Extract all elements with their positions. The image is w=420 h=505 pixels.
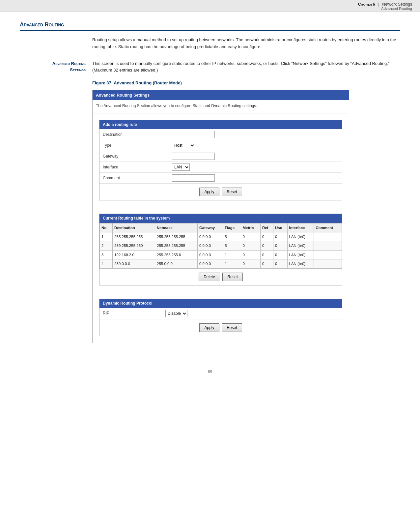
table-row: 3192.168.2.0255.255.255.00.0.0.01000LAN …: [100, 250, 342, 259]
add-rule-btn-row: Apply Reset: [99, 184, 342, 200]
interface-label: Interface: [99, 162, 169, 173]
routing-table-wrapper: Current Routing table in the system No. …: [93, 207, 349, 292]
type-label: Type: [99, 140, 169, 151]
gateway-input[interactable]: [172, 153, 215, 160]
add-rule-reset-button[interactable]: Reset: [222, 188, 242, 196]
destination-input[interactable]: [172, 131, 215, 138]
table-row: 4239.0.0.0255.0.0.00.0.0.01000LAN (br0): [100, 259, 342, 268]
header-main-title: Network Settings: [382, 2, 412, 7]
page-number: – 69 –: [0, 363, 420, 377]
table-row: 1255.255.255.255255.255.255.2550.0.0.050…: [100, 232, 342, 241]
page-header: Chapter 6 | Network Settings Advanced Ro…: [0, 0, 420, 12]
section-title: Advanced Routing: [20, 21, 400, 31]
add-rule-header: Add a routing rule: [99, 120, 342, 129]
routing-table-section: Current Routing table in the system No. …: [99, 214, 342, 285]
col-no: No.: [100, 223, 113, 232]
col-netmask: Netmask: [155, 223, 198, 232]
form-row-destination: Destination: [99, 129, 342, 140]
pipe-separator: |: [378, 2, 379, 7]
col-use: Use: [273, 223, 288, 232]
routing-table: No. Destination Netmask Gateway Flags Me…: [99, 223, 342, 269]
col-interface: Interface: [287, 223, 314, 232]
form-row-comment: Comment: [99, 173, 342, 184]
col-flags: Flags: [223, 223, 241, 232]
settings-section: Advanced Routing Settings This screen is…: [20, 60, 400, 343]
rip-label: RIP: [103, 310, 162, 316]
add-rule-apply-button[interactable]: Apply: [199, 188, 219, 196]
col-ref: Ref: [260, 223, 273, 232]
type-select[interactable]: Host Network: [172, 142, 195, 149]
col-destination: Destination: [113, 223, 155, 232]
dynamic-reset-button[interactable]: Reset: [222, 323, 242, 332]
dynamic-routing-header: Dynamic Routing Protocol: [99, 299, 342, 308]
settings-section-label: Advanced Routing Settings: [20, 60, 92, 343]
table-row: 2239.255.255.250255.255.255.2550.0.0.050…: [100, 241, 342, 250]
settings-section-desc: This screen is used to manually configur…: [92, 60, 400, 343]
comment-label: Comment: [99, 173, 169, 184]
form-row-type: Type Host Network: [99, 140, 342, 151]
panel-main-desc: The Advanced Routing Section allows you …: [93, 100, 349, 113]
destination-label: Destination: [99, 129, 169, 140]
dynamic-apply-button[interactable]: Apply: [199, 323, 219, 332]
col-metric: Metric: [241, 223, 260, 232]
add-rule-wrapper: Add a routing rule Destination Type: [93, 113, 349, 207]
panel-main-header: Advanced Routing Settings: [93, 90, 349, 100]
dynamic-routing-btn-row: Apply Reset: [99, 319, 342, 336]
form-row-gateway: Gateway: [99, 151, 342, 162]
routing-table-reset-button[interactable]: Reset: [222, 273, 242, 281]
chapter-label: Chapter 6: [358, 2, 375, 7]
routing-table-header: Current Routing table in the system: [99, 214, 342, 223]
col-gateway: Gateway: [197, 223, 223, 232]
routing-table-header-row: No. Destination Netmask Gateway Flags Me…: [100, 223, 342, 232]
figure-title: Figure 37: Advanced Routing (Router Mode…: [92, 80, 400, 87]
comment-input[interactable]: [172, 174, 215, 182]
col-comment: Comment: [314, 223, 342, 232]
routing-table-btn-row: Delete Reset: [99, 269, 342, 285]
gateway-label: Gateway: [99, 151, 169, 162]
form-row-interface: Interface LAN WAN: [99, 162, 342, 173]
section-intro: Routing setup allows a manual method to …: [92, 37, 400, 50]
rip-select[interactable]: Disable Enable: [165, 310, 187, 317]
dynamic-routing-section: Dynamic Routing Protocol RIP Disable Ena…: [99, 299, 342, 336]
rip-row: RIP Disable Enable: [99, 308, 342, 319]
add-rule-section: Add a routing rule Destination Type: [99, 120, 342, 200]
delete-button[interactable]: Delete: [199, 273, 220, 281]
dynamic-routing-wrapper: Dynamic Routing Protocol RIP Disable Ena…: [93, 292, 349, 343]
add-rule-form-table: Destination Type Host Net: [99, 129, 342, 184]
interface-select[interactable]: LAN WAN: [172, 163, 190, 171]
header-sub-title: Advanced Routing: [8, 7, 412, 11]
content-area: Advanced Routing Routing setup allows a …: [0, 12, 420, 363]
ui-panel: Advanced Routing Settings The Advanced R…: [92, 90, 349, 343]
